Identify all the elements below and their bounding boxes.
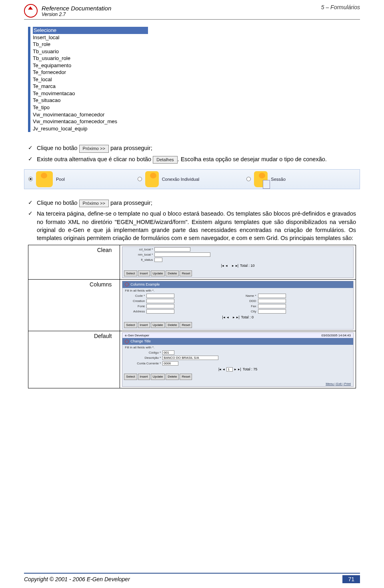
field-input[interactable]	[258, 294, 286, 298]
dropdown-option[interactable]: Te_tipo	[33, 104, 148, 111]
update-button[interactable]: Update	[151, 270, 165, 276]
reset-button[interactable]: Reset	[180, 270, 192, 276]
check-icon: ✓	[28, 155, 33, 163]
check-icon: ✓	[28, 144, 33, 152]
dropdown-option[interactable]: Insert_local	[33, 34, 148, 41]
field-input[interactable]	[154, 247, 190, 252]
nav-bar: |◂ ◂ ▸ ▸| Total : 0	[122, 314, 353, 321]
delete-button[interactable]: Delete	[166, 270, 179, 276]
delete-button[interactable]: Delete	[166, 322, 179, 328]
conn-option-pool[interactable]: Pool	[28, 171, 138, 187]
dropdown-option[interactable]: Tb_usuario_role	[33, 55, 148, 62]
dropdown-option[interactable]: Jv_resumo_local_equip	[33, 125, 148, 132]
hint: Fill in all fields with *.	[122, 345, 353, 350]
dropdown-option[interactable]: Te_fornecedor	[33, 69, 148, 76]
next-icon[interactable]: ▸	[233, 315, 235, 320]
field-label: Fax	[240, 304, 256, 308]
last-icon[interactable]: ▸|	[236, 263, 238, 268]
field-input[interactable]	[146, 299, 174, 303]
field-input[interactable]	[154, 258, 162, 262]
table-row: Clean cd_local * nm_local * fl_status |◂…	[28, 245, 356, 279]
field-input[interactable]	[258, 299, 286, 303]
update-button[interactable]: Update	[151, 322, 165, 328]
reset-button[interactable]: Reset	[180, 374, 192, 380]
first-icon[interactable]: |◂	[221, 263, 224, 268]
insert-button[interactable]: Insert	[138, 322, 150, 328]
field-input[interactable]	[154, 252, 210, 257]
connection-type-panel: Pool Conexão Individual Sessão	[24, 169, 360, 189]
next-icon[interactable]: ▸	[234, 367, 236, 372]
radio-icon[interactable]	[138, 177, 142, 181]
footer-links[interactable]: Menu | Exit | Print	[122, 381, 353, 386]
table-dropdown[interactable]: Selecione Insert_local Tb_role Tb_usuari…	[28, 27, 148, 132]
hint: Fill in all fields with *.	[122, 288, 353, 293]
total-label: Total : 0	[241, 315, 254, 320]
dropdown-option[interactable]: Vw_movimentacao_fornecedor	[33, 111, 148, 118]
page-footer: Copyright © 2001 - 2006 E-Gen Developer …	[24, 573, 360, 583]
section-label: 5 – Formulários	[321, 4, 360, 10]
total-label: Total : 10	[240, 263, 255, 268]
field-input[interactable]	[146, 304, 174, 308]
panel-title: Columns Example	[130, 282, 160, 287]
conn-option-sessao[interactable]: Sessão	[246, 171, 356, 187]
page-header: Reference Documentation Version 2.7 5 – …	[24, 4, 360, 20]
dropdown-option[interactable]: Te_movimentacao	[33, 90, 148, 97]
template-preview-clean: cd_local * nm_local * fl_status |◂ ◂ ▸ ▸…	[120, 245, 356, 279]
nav-bar: |◂ ◂ ▸ ▸| Total : 10	[122, 262, 353, 269]
field-input[interactable]	[162, 356, 218, 360]
prev-icon[interactable]: ◂	[223, 367, 225, 372]
radio-icon[interactable]	[246, 177, 251, 181]
first-icon[interactable]: |◂	[218, 367, 221, 372]
radio-icon[interactable]	[28, 177, 33, 181]
next-icon[interactable]: ▸	[232, 263, 234, 268]
logo-icon	[125, 340, 129, 344]
field-label: Fone	[125, 304, 145, 308]
conn-label: Sessão	[271, 177, 286, 182]
dropdown-option[interactable]: Te_marca	[33, 83, 148, 90]
prev-icon[interactable]: ◂	[226, 263, 228, 268]
dropdown-option[interactable]: Tb_role	[33, 41, 148, 48]
prev-icon[interactable]: ◂	[227, 315, 229, 320]
select-button[interactable]: Select	[124, 374, 137, 380]
template-name: Default	[28, 331, 120, 388]
field-input[interactable]	[146, 294, 174, 298]
dropdown-option[interactable]: Te_situacao	[33, 97, 148, 104]
insert-button[interactable]: Insert	[138, 270, 150, 276]
proximo-button[interactable]: Próximo >>	[79, 145, 109, 152]
field-input[interactable]	[258, 304, 286, 308]
select-button[interactable]: Select	[124, 270, 137, 276]
detalhes-button[interactable]: Detalhes	[153, 156, 177, 164]
field-label: Name *	[240, 294, 256, 298]
proximo-button[interactable]: Próximo >>	[79, 200, 109, 207]
dropdown-option[interactable]: Te_local	[33, 76, 148, 83]
field-input[interactable]	[258, 309, 286, 314]
logo-icon	[24, 4, 38, 18]
delete-button[interactable]: Delete	[166, 374, 179, 380]
content-block-1: ✓ Clique no botão Próximo >> para prosse…	[24, 144, 360, 164]
last-icon[interactable]: ▸|	[238, 367, 241, 372]
insert-button[interactable]: Insert	[138, 374, 150, 380]
doc-version: Version 2.7	[42, 12, 111, 17]
select-button[interactable]: Select	[124, 322, 137, 328]
nav-bar: |◂ ◂ ▸ ▸| Total : 75	[122, 366, 353, 373]
dropdown-option[interactable]: Vw_movimentacao_fornecedor_mes	[33, 118, 148, 125]
dropdown-option[interactable]: Selecione	[33, 27, 148, 34]
header-left: Reference Documentation Version 2.7	[24, 4, 111, 18]
app-name: e-Gen Developer	[125, 333, 149, 338]
field-input[interactable]	[162, 350, 174, 355]
page-input[interactable]	[226, 367, 233, 372]
text: para prosseguir;	[110, 200, 152, 206]
doc-title: Reference Documentation	[42, 5, 111, 12]
dropdown-option[interactable]: Te_equipamento	[33, 62, 148, 69]
update-button[interactable]: Update	[151, 374, 165, 380]
last-icon[interactable]: ▸|	[236, 315, 239, 320]
template-preview-columns: Columns Example Fill in all fields with …	[120, 279, 356, 331]
field-label: fl_status	[125, 258, 153, 262]
dropdown-option[interactable]: Tb_usuario	[33, 48, 148, 55]
conn-option-individual[interactable]: Conexão Individual	[138, 171, 247, 187]
first-icon[interactable]: |◂	[222, 315, 225, 320]
field-label: Creation	[125, 299, 145, 303]
field-input[interactable]	[146, 309, 174, 314]
reset-button[interactable]: Reset	[180, 322, 192, 328]
field-input[interactable]	[162, 361, 178, 366]
